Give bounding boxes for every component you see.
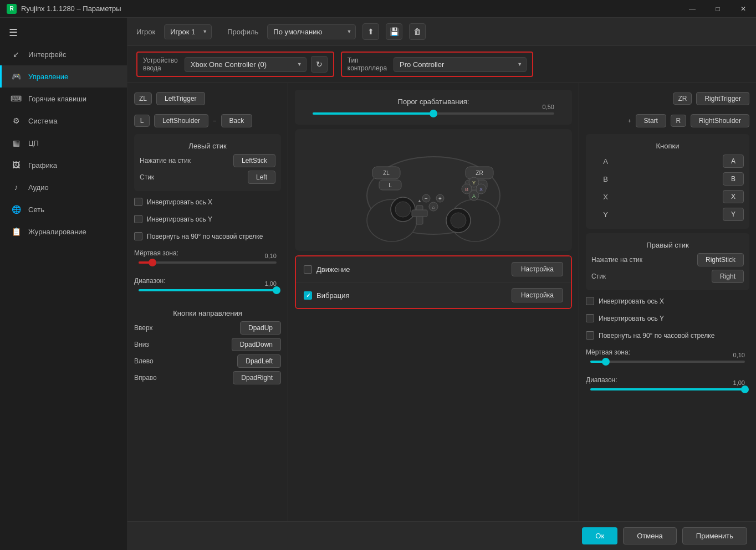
motion-settings-button[interactable]: Настройка (512, 262, 563, 276)
cancel-button[interactable]: Отмена (623, 527, 677, 544)
r-trigger-row: + Start R RightShoulder (586, 112, 749, 130)
right-range-section: Диапазон: 1,00 (586, 374, 749, 397)
motion-vibration-section: Движение Настройка ✓ Вибрация Настройка (295, 255, 572, 309)
a-mapping-button[interactable]: A (723, 155, 744, 168)
rotate-row: Повернуть на 90° по часовой стрелке (134, 230, 281, 243)
ok-button[interactable]: Ок (582, 527, 617, 544)
player-select[interactable]: Игрок 1 (164, 24, 212, 39)
sidebar-item-hotkeys[interactable]: ⌨ Горячие клавиши (0, 88, 127, 110)
sidebar-item-graphics[interactable]: 🖼 Графика (0, 154, 127, 176)
sidebar-item-cpu[interactable]: ▦ ЦП (0, 132, 127, 154)
refresh-device-button[interactable]: ↻ (311, 56, 328, 73)
right-invert-y-checkbox[interactable] (586, 314, 594, 322)
rotate-checkbox[interactable] (134, 232, 142, 240)
center-panel: Порог срабатывания: 0,50 (288, 83, 579, 521)
graphics-icon: 🖼 (11, 160, 22, 171)
profile-select-wrapper: По умолчанию (267, 24, 356, 39)
sidebar-item-network[interactable]: 🌐 Сеть (0, 198, 127, 220)
svg-text:L: L (389, 182, 392, 188)
dpad-up-label: Вверх (134, 324, 152, 332)
profile-select[interactable]: По умолчанию (267, 24, 356, 39)
sidebar-item-audio[interactable]: ♪ Аудио (0, 176, 127, 198)
invert-y-row: Инвертировать ось Y (134, 213, 281, 225)
vibration-checkbox[interactable]: ✓ (304, 291, 312, 300)
r-label: R (671, 115, 686, 127)
controller-type-wrapper: Pro Controller (394, 57, 527, 72)
right-stick-press-button[interactable]: RightStick (697, 253, 744, 266)
threshold-thumb[interactable] (430, 110, 437, 117)
r-mapping-button[interactable]: RightShoulder (691, 114, 749, 127)
dpad-title: Кнопки направления (134, 307, 281, 320)
right-range-thumb[interactable] (741, 385, 749, 393)
dpad-down-row: Вниз DpadDown (134, 336, 281, 353)
dpad-left-button[interactable]: DpadLeft (237, 354, 281, 368)
right-range-fill (590, 388, 745, 390)
window-controls: — □ ✕ (680, 0, 756, 18)
left-stick-axis-button[interactable]: Left (248, 171, 275, 184)
dpad-up-button[interactable]: DpadUp (240, 321, 281, 335)
sidebar-item-label: Управление (28, 73, 68, 81)
right-stick-title: Правый стик (591, 239, 744, 251)
content-area: ZL LeftTrigger L LeftShoulder − Back Лев… (127, 83, 756, 521)
right-invert-x-label: Инвертировать ось X (599, 297, 664, 305)
invert-x-row: Инвертировать ось X (134, 196, 281, 208)
y-mapping-button[interactable]: Y (723, 208, 744, 221)
dpad-right-button[interactable]: DpadRight (233, 371, 281, 384)
cpu-icon: ▦ (11, 137, 22, 148)
start-mapping-button[interactable]: Start (636, 114, 666, 127)
y-button-row: Y Y (591, 205, 744, 223)
dpad-down-button[interactable]: DpadDown (232, 338, 281, 351)
invert-x-checkbox[interactable] (134, 198, 142, 206)
l-label: L (134, 115, 150, 127)
zr-label: ZR (673, 92, 692, 105)
upload-profile-button[interactable]: ⬆ (362, 23, 379, 40)
minimize-button[interactable]: — (680, 0, 705, 18)
main-content: Игрок Игрок 1 Профиль По умолчанию ⬆ 💾 🗑 (127, 18, 756, 550)
controller-image-area: ZL ZR L R (295, 129, 572, 251)
a-button-row: A A (591, 152, 744, 170)
apply-button[interactable]: Применить (682, 527, 747, 544)
left-range-thumb[interactable] (273, 286, 280, 294)
dpad-down-label: Вниз (134, 341, 149, 348)
sidebar-item-system[interactable]: ⚙ Система (0, 110, 127, 132)
threshold-title: Порог срабатывания: (304, 95, 563, 108)
threshold-fill (313, 112, 433, 115)
right-deadzone-thumb[interactable] (602, 358, 610, 366)
zr-trigger-row: ZR RightTrigger (586, 90, 749, 107)
right-deadzone-slider-container: 0,10 (590, 361, 745, 363)
dpad-left-label: Влево (134, 357, 154, 365)
sidebar-menu-button[interactable]: ☰ (0, 18, 127, 43)
invert-y-checkbox[interactable] (134, 215, 142, 223)
delete-profile-button[interactable]: 🗑 (409, 23, 426, 40)
vibration-label: Вибрация (316, 291, 350, 300)
right-rotate-row: Повернуть на 90° по часовой стрелке (586, 329, 749, 342)
left-deadzone-thumb[interactable] (149, 259, 156, 266)
motion-checkbox[interactable] (304, 265, 312, 274)
zl-mapping-button[interactable]: LeftTrigger (156, 92, 205, 105)
svg-point-12 (395, 202, 411, 217)
sidebar-item-interface[interactable]: ↙ Интерфейс (0, 43, 127, 65)
sidebar-item-logging[interactable]: 📋 Журналирование (0, 220, 127, 243)
buttons-title: Кнопки (591, 140, 744, 152)
close-button[interactable]: ✕ (731, 0, 756, 18)
zl-label: ZL (134, 92, 152, 105)
zr-mapping-button[interactable]: RightTrigger (696, 92, 749, 105)
l-mapping-button[interactable]: LeftShoulder (154, 114, 208, 127)
controller-type-select[interactable]: Pro Controller (394, 57, 527, 72)
right-stick-axis-button[interactable]: Right (712, 270, 744, 283)
right-deadzone-value: 0,10 (733, 352, 745, 358)
maximize-button[interactable]: □ (705, 0, 731, 18)
b-mapping-button[interactable]: B (723, 172, 744, 186)
back-mapping-button[interactable]: Back (221, 114, 253, 127)
right-invert-x-checkbox[interactable] (586, 297, 594, 305)
left-range-track: 1,00 (139, 289, 277, 291)
sidebar-item-control[interactable]: 🎮 Управление (0, 65, 127, 88)
input-device-select[interactable]: Xbox One Controller (0) (185, 57, 307, 72)
left-stick-press-label: Нажатие на стик (140, 157, 191, 165)
right-rotate-checkbox[interactable] (586, 331, 594, 340)
vibration-settings-button[interactable]: Настройка (512, 288, 563, 302)
x-mapping-button[interactable]: X (723, 190, 744, 203)
left-stick-press-button[interactable]: LeftStick (233, 154, 275, 167)
save-profile-button[interactable]: 💾 (386, 23, 402, 40)
svg-text:Y: Y (472, 180, 476, 186)
